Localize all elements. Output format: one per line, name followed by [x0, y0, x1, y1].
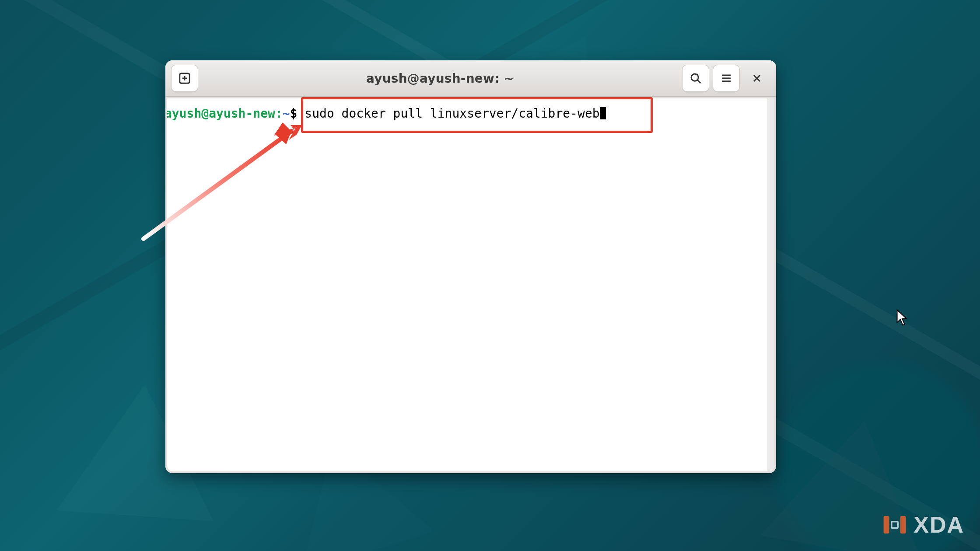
terminal-cursor [600, 107, 606, 119]
xda-watermark-text: XDA [914, 512, 964, 538]
terminal-scrollbar[interactable] [767, 98, 774, 471]
svg-rect-16 [900, 516, 906, 534]
svg-point-3 [691, 74, 698, 81]
close-icon [751, 72, 763, 84]
search-icon [689, 72, 702, 85]
window-titlebar[interactable]: ayush@ayush-new: ~ [165, 60, 776, 97]
xda-watermark: XDA [882, 512, 964, 538]
new-tab-icon [178, 72, 191, 85]
prompt-path: ~ [283, 106, 290, 121]
svg-rect-15 [884, 516, 889, 534]
svg-marker-14 [897, 310, 906, 325]
search-button[interactable] [682, 65, 709, 91]
hamburger-menu-button[interactable] [713, 65, 739, 91]
svg-line-4 [697, 80, 700, 83]
close-button[interactable] [744, 65, 770, 91]
desktop-wallpaper: ayush@ayush-new: ~ [0, 0, 980, 551]
terminal-window[interactable]: ayush@ayush-new: ~ [165, 60, 776, 473]
hamburger-icon [720, 72, 733, 85]
terminal-line: ayush@ayush-new:~$ sudo docker pull linu… [167, 105, 766, 122]
svg-rect-17 [892, 522, 898, 528]
mouse-cursor [895, 309, 909, 326]
prompt-symbol: $ [290, 106, 298, 121]
window-title: ayush@ayush-new: ~ [202, 71, 678, 86]
terminal-command: sudo docker pull linuxserver/calibre-web [304, 106, 599, 121]
prompt-colon: : [275, 106, 283, 121]
terminal-body[interactable]: ayush@ayush-new:~$ sudo docker pull linu… [167, 98, 774, 471]
prompt-user-host: ayush@ayush-new [167, 106, 275, 121]
xda-logo-icon [882, 512, 907, 537]
new-tab-button[interactable] [172, 65, 198, 91]
